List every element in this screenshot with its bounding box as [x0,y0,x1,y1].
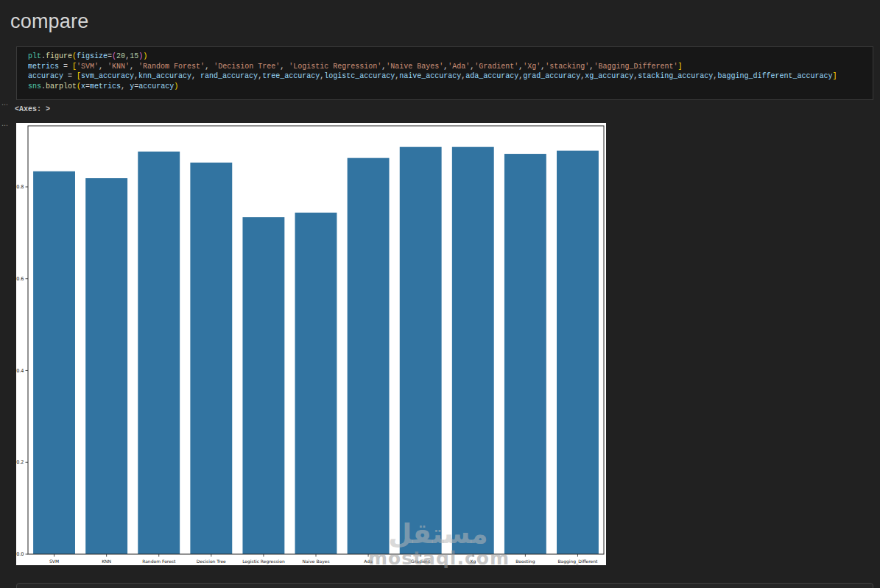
x-tick-label: SVM [49,559,59,564]
x-tick-label: Ada [364,559,373,564]
bar-SVM [33,171,75,554]
code-cell[interactable]: plt.figure(figsize=(20,15))metrics = ['S… [16,46,873,100]
bar-Logistic Regression [242,217,284,554]
bar-Random Forest [138,152,180,554]
code-line[interactable]: sns.barplot(x=metrics, y=accuracy) [28,82,870,92]
chart-output-image: 0.00.20.40.60.8SVMKNNRandom ForestDecisi… [16,123,606,565]
y-tick-label: 0.8 [16,184,24,190]
next-cell-partial[interactable] [16,583,873,588]
code-editor[interactable]: plt.figure(figsize=(20,15))metrics = ['S… [28,52,870,98]
bar-Boosting [504,154,546,554]
x-tick-label: Xg [470,559,476,564]
bar-chart: 0.00.20.40.60.8SVMKNNRandom ForestDecisi… [16,123,606,565]
x-tick-label: Bagging_Different [557,559,598,564]
notebook-window: compare plt.figure(figsize=(20,15))metri… [0,0,880,588]
x-tick-label: Naive Bayes [302,559,329,564]
x-tick-label: Decision Tree [197,559,226,564]
code-line[interactable]: metrics = ['SVM', 'KNN', 'Random Forest'… [28,62,870,72]
x-tick-label: Boosting [515,559,535,564]
bar-KNN [85,178,127,554]
bar-Xg [452,147,494,554]
x-tick-label: KNN [102,559,111,564]
page-title: compare [10,10,88,33]
y-tick-label: 0.2 [16,459,24,465]
bar-Bagging_Different [557,151,599,554]
x-tick-label: Logistic Regression [242,559,285,564]
code-line[interactable]: accuracy = [svm_accuracy,knn_accuracy, r… [28,71,870,82]
y-tick-label: 0.6 [16,276,24,282]
code-line[interactable]: plt.figure(figsize=(20,15)) [28,52,870,62]
y-tick-label: 0.4 [16,368,24,374]
y-tick-label: 0.0 [16,551,24,557]
output-collapse-button[interactable]: ⋯ [1,102,12,110]
image-output-collapse-button[interactable]: ⋯ [1,123,12,130]
bar-Naive Bayes [295,213,337,554]
x-tick-label: Gradient [411,559,431,564]
bar-Decision Tree [190,163,232,554]
bar-Ada [348,158,390,554]
axes-repr-output: <Axes: > [15,105,50,113]
bar-Gradient [400,147,442,554]
x-tick-label: Random Forest [142,559,176,564]
